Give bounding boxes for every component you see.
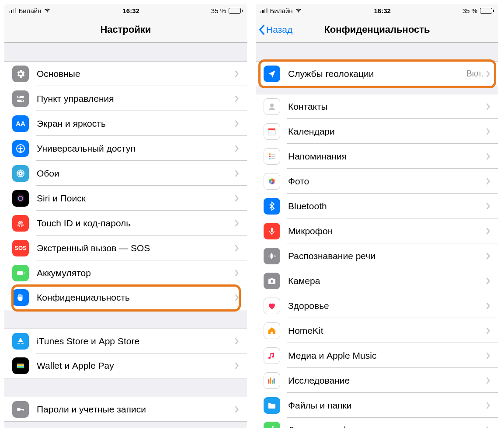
svg-rect-28 bbox=[271, 158, 275, 159]
chevron-right-icon bbox=[486, 128, 490, 135]
row-contacts[interactable]: Контакты bbox=[256, 94, 498, 119]
row-general[interactable]: Основные bbox=[4, 61, 247, 86]
chevron-right-icon bbox=[235, 294, 239, 301]
wallet-icon bbox=[12, 357, 29, 374]
svg-point-6 bbox=[17, 170, 24, 177]
svg-rect-12 bbox=[24, 272, 24, 274]
navbar: Настройки bbox=[4, 17, 247, 43]
chevron-right-icon bbox=[235, 220, 239, 227]
row-camera[interactable]: Камера bbox=[256, 268, 498, 293]
label: iTunes Store и App Store bbox=[37, 336, 235, 346]
status-bar: Билайн 16:32 35 % bbox=[256, 4, 498, 17]
microphone-icon bbox=[264, 223, 280, 239]
row-calendars[interactable]: Календари bbox=[256, 119, 498, 144]
label: Фото bbox=[288, 176, 486, 187]
value: Вкл. bbox=[466, 69, 483, 79]
label: Контакты bbox=[288, 101, 486, 112]
row-privacy[interactable]: Конфиденциальность bbox=[4, 285, 247, 310]
bluetooth-icon bbox=[264, 198, 280, 215]
row-wallpaper[interactable]: Обои bbox=[4, 161, 247, 186]
row-homekit[interactable]: HomeKit bbox=[256, 318, 498, 343]
label: HomeKit bbox=[288, 326, 486, 336]
sos-icon: SOS bbox=[12, 240, 29, 256]
svg-rect-14 bbox=[17, 364, 24, 366]
row-touchid[interactable]: Touch ID и код-пароль bbox=[4, 211, 247, 236]
photos-icon bbox=[264, 173, 280, 190]
hand-icon bbox=[12, 289, 29, 306]
settings-list: Основные Пункт управления AAЭкран и ярко… bbox=[4, 43, 247, 428]
row-passwords[interactable]: Пароли и учетные записи bbox=[4, 397, 247, 422]
row-research[interactable]: Исследование bbox=[256, 368, 498, 393]
wallpaper-icon bbox=[12, 165, 29, 182]
page-title: Настройки bbox=[100, 24, 151, 35]
row-accessibility[interactable]: Универсальный доступ bbox=[4, 136, 247, 161]
label: Bluetooth bbox=[288, 201, 486, 211]
svg-point-5 bbox=[20, 146, 21, 148]
contacts-icon bbox=[264, 98, 280, 115]
label: Основные bbox=[37, 69, 235, 79]
label: Конфиденциальность bbox=[37, 292, 235, 303]
label: Siri и Поиск bbox=[37, 193, 235, 204]
battery-icon bbox=[12, 265, 29, 281]
row-health[interactable]: Здоровье bbox=[256, 293, 498, 318]
battery-percent: 35 % bbox=[211, 7, 226, 14]
svg-rect-19 bbox=[23, 409, 24, 411]
row-control-center[interactable]: Пункт управления bbox=[4, 86, 247, 111]
chevron-right-icon bbox=[486, 327, 490, 334]
music-icon bbox=[264, 347, 280, 364]
svg-point-24 bbox=[269, 156, 271, 157]
gear-icon bbox=[12, 66, 29, 82]
heart-icon bbox=[264, 298, 280, 314]
privacy-screen: Билайн 16:32 35 % Назад Конфиденциальнос… bbox=[256, 4, 498, 428]
row-motion[interactable]: Движение и фитнес bbox=[256, 418, 498, 428]
row-sos[interactable]: SOSЭкстренный вызов — SOS bbox=[4, 236, 247, 260]
wifi-icon bbox=[44, 7, 51, 14]
row-itunes[interactable]: iTunes Store и App Store bbox=[4, 329, 247, 353]
clock: 16:32 bbox=[122, 7, 139, 14]
svg-rect-21 bbox=[268, 128, 275, 130]
svg-point-33 bbox=[269, 179, 272, 181]
chevron-right-icon bbox=[486, 203, 490, 210]
row-display[interactable]: AAЭкран и яркость bbox=[4, 111, 247, 136]
label: Touch ID и код-пароль bbox=[37, 218, 235, 229]
chevron-right-icon bbox=[235, 362, 239, 369]
svg-point-34 bbox=[272, 179, 275, 181]
chevron-right-icon bbox=[235, 70, 239, 77]
label: Аккумулятор bbox=[37, 268, 235, 278]
row-wallet[interactable]: Wallet и Apple Pay bbox=[4, 353, 247, 378]
battery-icon bbox=[229, 8, 243, 14]
label: Движение и фитнес bbox=[288, 425, 486, 428]
label: Пункт управления bbox=[37, 94, 235, 104]
toggles-icon bbox=[12, 90, 29, 107]
status-bar: Билайн 16:32 35 % bbox=[4, 4, 247, 17]
chevron-right-icon bbox=[486, 426, 490, 428]
label: Напоминания bbox=[288, 151, 486, 162]
chevron-right-icon bbox=[486, 228, 490, 235]
label: Здоровье bbox=[288, 301, 486, 311]
svg-point-20 bbox=[270, 104, 274, 107]
location-icon bbox=[264, 66, 280, 82]
chevron-right-icon bbox=[486, 253, 490, 260]
label: Исследование bbox=[288, 375, 486, 386]
camera-icon bbox=[264, 273, 280, 289]
label: Обои bbox=[37, 168, 235, 179]
row-location[interactable]: Службы геолокацииВкл. bbox=[256, 61, 498, 86]
row-reminders[interactable]: Напоминания bbox=[256, 144, 498, 169]
row-microphone[interactable]: Микрофон bbox=[256, 218, 498, 243]
row-bluetooth[interactable]: Bluetooth bbox=[256, 194, 498, 218]
svg-point-35 bbox=[272, 181, 275, 184]
row-photos[interactable]: Фото bbox=[256, 169, 498, 194]
key-icon bbox=[12, 401, 29, 418]
row-media[interactable]: Медиа и Apple Music bbox=[256, 343, 498, 368]
row-speech[interactable]: Распознавание речи bbox=[256, 243, 498, 268]
siri-icon bbox=[12, 190, 29, 207]
calendar-icon bbox=[264, 123, 280, 140]
signal-icon bbox=[260, 8, 268, 13]
chevron-right-icon bbox=[235, 338, 239, 345]
chevron-left-icon bbox=[258, 24, 265, 35]
back-button[interactable]: Назад bbox=[258, 24, 292, 35]
row-files[interactable]: Файлы и папки bbox=[256, 393, 498, 418]
row-battery[interactable]: Аккумулятор bbox=[4, 260, 247, 285]
row-siri[interactable]: Siri и Поиск bbox=[4, 186, 247, 211]
label: Wallet и Apple Pay bbox=[37, 360, 235, 371]
